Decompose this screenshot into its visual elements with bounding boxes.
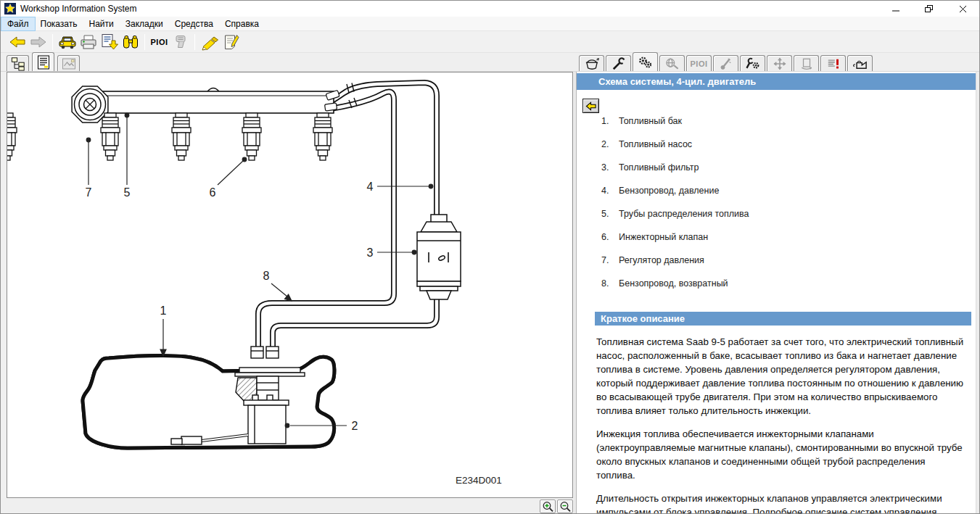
pioi-label: PIOI: [150, 38, 168, 46]
legend-list: 1. Топливный бак 2. Топливный насос 3. Т…: [577, 116, 976, 302]
print-button[interactable]: [78, 32, 99, 51]
fuel-lines: [258, 83, 437, 349]
zoom-out-button[interactable]: [557, 500, 573, 513]
tab-page-turn[interactable]: [794, 55, 819, 71]
restore-icon: [925, 5, 934, 13]
pioi-tab-label: PIOI: [690, 59, 707, 68]
tab-lubricants[interactable]: [847, 55, 873, 71]
tab-tree-view[interactable]: [7, 55, 29, 71]
wrench-icon: [609, 57, 628, 70]
annotate-button[interactable]: [220, 32, 241, 51]
callout-6: 6: [210, 186, 216, 199]
legend-item-number: 7.: [601, 255, 619, 265]
minimize-icon: [892, 5, 900, 13]
menu-item[interactable]: Закладки: [120, 17, 169, 30]
legend-item-label: Топливный насос: [619, 139, 692, 149]
injector-valve: [7, 113, 17, 160]
barcode-scanner-icon: [173, 34, 189, 50]
thermometer-icon: [717, 57, 736, 70]
scanner-button[interactable]: [170, 32, 191, 51]
vehicle-button[interactable]: [57, 32, 78, 51]
car-icon: [58, 35, 77, 49]
legend-item-number: 4.: [601, 186, 619, 196]
tab-pioi[interactable]: PIOI: [686, 55, 712, 71]
notepad-pencil-icon: [222, 33, 239, 51]
window-controls: [879, 1, 979, 17]
legend-item: 1. Топливный бак: [577, 116, 976, 139]
menu-item[interactable]: Найти: [83, 17, 120, 30]
legend-item-label: Трубы распределения топлива: [619, 209, 749, 219]
legend-item-number: 2.: [601, 139, 619, 149]
menu-item[interactable]: Файл: [1, 17, 35, 30]
tab-test-values[interactable]: [713, 55, 738, 71]
image-view-icon: [61, 57, 77, 71]
view-tabs: [7, 52, 80, 71]
close-icon: [959, 5, 967, 13]
callout-5: 5: [124, 186, 131, 199]
highlight-button[interactable]: [199, 32, 220, 51]
zoom-out-icon: [559, 501, 572, 513]
tab-document-view[interactable]: [32, 52, 54, 71]
menu-bar: ФайлПоказатьНайтиЗакладкиСредстваСправка: [1, 17, 979, 31]
injector-valve: [172, 113, 191, 160]
legend-item: 6. Инжекторный клапан: [577, 232, 976, 255]
tab-important-info[interactable]: [820, 55, 846, 71]
tab-row: PIOI: [1, 53, 979, 72]
menu-item[interactable]: Средства: [169, 17, 219, 30]
menu-item[interactable]: Справка: [219, 17, 265, 30]
legend-item-number: 5.: [601, 209, 619, 219]
injector-valve: [101, 113, 120, 160]
wrench-gear-icon: [744, 57, 762, 70]
callout-8: 8: [263, 270, 270, 282]
document-alert-icon: [824, 57, 843, 70]
main-toolbar: PIOI: [1, 31, 979, 53]
export-document-button[interactable]: [99, 32, 120, 51]
menu-item[interactable]: Показать: [35, 17, 83, 30]
fuel-system-diagram: 7 5 6 4 3 8 1 2 E234D001: [7, 72, 573, 497]
forward-button[interactable]: [28, 32, 49, 51]
figure-code: E234D001: [456, 475, 502, 486]
zoom-in-icon: [542, 501, 554, 513]
paragraph: Длительность открытия инжекторных клапан…: [596, 492, 964, 514]
pioi-button[interactable]: PIOI: [149, 32, 170, 51]
content-back-button[interactable]: [582, 99, 599, 113]
window-title: Workshop Information System: [20, 4, 137, 14]
back-button[interactable]: [7, 32, 28, 51]
tab-adjustment[interactable]: [606, 55, 631, 71]
callout-2: 2: [352, 420, 358, 432]
legend-item-number: 3.: [601, 162, 619, 173]
close-button[interactable]: [946, 1, 979, 17]
oil-can-icon: [851, 57, 870, 70]
move-icon: [770, 57, 789, 70]
search-button[interactable]: [120, 32, 141, 51]
diagram-statusbar: [1, 498, 575, 514]
minimize-button[interactable]: [879, 1, 913, 17]
legend-item: 5. Трубы распределения топлива: [577, 209, 976, 232]
legend-item-number: 6.: [601, 232, 619, 242]
tab-image-view[interactable]: [57, 55, 80, 71]
content-pane: Схема системы, 4-цил. двигатель 1. Топли…: [576, 72, 976, 514]
legend-item-number: 8.: [601, 278, 619, 289]
diagram-pane: 7 5 6 4 3 8 1 2 E234D001: [7, 72, 573, 498]
forward-arrow-icon: [30, 35, 47, 49]
tab-technical-description[interactable]: [633, 52, 658, 71]
zoom-in-button[interactable]: [540, 500, 556, 513]
app-logo-icon: [4, 3, 16, 14]
restore-button[interactable]: [913, 1, 946, 17]
tab-service-info[interactable]: [659, 55, 685, 71]
document-view-icon: [36, 55, 52, 70]
tab-special-tools[interactable]: [579, 55, 604, 71]
legend-item: 3. Топливный фильтр: [577, 162, 976, 186]
toolbar-separator: [144, 34, 145, 50]
callout-3: 3: [367, 246, 374, 259]
toolbar-separator: [194, 34, 195, 50]
description-paragraphs: Топливная система Saab 9-5 работает за с…: [577, 335, 976, 514]
scrollbar-gutter[interactable]: [976, 72, 980, 514]
toolbar-separator: [52, 34, 53, 50]
legend-item-label: Бензопровод, возвратный: [619, 278, 728, 289]
tab-move[interactable]: [767, 55, 792, 71]
gears-icon: [636, 56, 655, 69]
back-arrow-icon: [585, 101, 597, 112]
legend-item: 8. Бензопровод, возвратный: [577, 278, 976, 302]
tab-repair[interactable]: [740, 55, 765, 71]
